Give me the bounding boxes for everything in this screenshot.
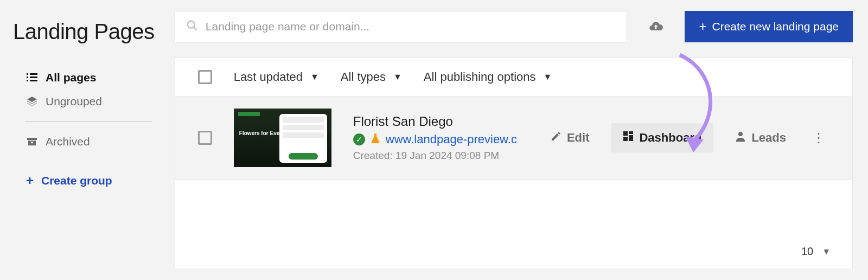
search-wrap	[175, 11, 628, 42]
more-menu-button[interactable]: ⋮	[808, 127, 829, 149]
sidebar: Landing Pages All pages Ungrouped Archiv…	[0, 0, 175, 280]
sidebar-item-ungrouped[interactable]: Ungrouped	[13, 90, 164, 113]
svg-rect-15	[623, 131, 628, 136]
svg-rect-9	[27, 138, 37, 140]
create-group-label: Create group	[41, 174, 112, 187]
select-all-checkbox[interactable]	[198, 70, 212, 84]
create-group-button[interactable]: + Create group	[13, 167, 164, 195]
svg-rect-17	[629, 135, 633, 141]
url-line: ✓ www.landpage-preview.c	[353, 132, 517, 147]
svg-rect-2	[27, 77, 28, 78]
list-panel: Last updated ▼ All types ▼ All publishin…	[175, 58, 853, 269]
page-thumbnail[interactable]: Flowers for Every Occasion!	[234, 109, 331, 167]
topbar: + Create new landing page	[175, 11, 853, 42]
sidebar-item-all-pages[interactable]: All pages	[13, 66, 164, 90]
more-vertical-icon: ⋮	[812, 130, 825, 145]
svg-rect-0	[27, 73, 28, 75]
edit-button[interactable]: Edit	[539, 123, 602, 152]
row-actions: Edit Dashboard Leads	[539, 123, 829, 152]
dashboard-button[interactable]: Dashboard	[611, 123, 713, 152]
archive-icon	[26, 136, 38, 148]
table-row: Flowers for Every Occasion! Florist San …	[175, 97, 852, 180]
caret-down-icon: ▼	[310, 72, 319, 82]
list-footer: 10 ▼	[175, 234, 852, 269]
stack-icon	[26, 96, 38, 107]
flask-icon	[371, 133, 380, 147]
list-icon	[26, 72, 38, 84]
dropdown-label: All types	[341, 70, 386, 84]
page-name: Florist San Diego	[353, 114, 517, 129]
dropdown-label: All publishing options	[424, 70, 536, 84]
svg-point-12	[188, 21, 195, 28]
sidebar-item-archived[interactable]: Archived	[13, 130, 164, 154]
cloud-upload-icon	[648, 19, 663, 34]
dropdown-label: Last updated	[234, 70, 303, 84]
caret-down-icon: ▼	[544, 72, 552, 82]
page-title: Landing Pages	[13, 20, 164, 44]
svg-line-13	[194, 27, 197, 30]
svg-rect-1	[30, 73, 37, 75]
svg-rect-16	[629, 131, 633, 134]
sidebar-divider	[25, 121, 152, 122]
dashboard-icon	[623, 131, 634, 145]
create-landing-page-button[interactable]: + Create new landing page	[685, 11, 853, 42]
plus-icon: +	[699, 20, 706, 33]
person-icon	[735, 131, 746, 145]
svg-rect-4	[27, 80, 28, 81]
publishing-dropdown[interactable]: All publishing options ▼	[424, 70, 552, 84]
types-dropdown[interactable]: All types ▼	[341, 70, 402, 84]
svg-rect-18	[623, 137, 628, 141]
plus-icon: +	[26, 174, 34, 187]
search-input[interactable]	[206, 20, 616, 33]
sidebar-item-label: Archived	[46, 135, 90, 148]
create-button-label: Create new landing page	[712, 20, 839, 33]
svg-rect-3	[30, 77, 37, 78]
row-checkbox[interactable]	[198, 131, 212, 145]
caret-down-icon: ▼	[393, 72, 402, 82]
svg-rect-5	[30, 80, 37, 81]
svg-point-19	[738, 132, 743, 136]
caret-down-icon[interactable]: ▼	[822, 247, 831, 257]
pencil-icon	[551, 131, 561, 145]
leads-button[interactable]: Leads	[723, 123, 798, 152]
sidebar-item-label: All pages	[46, 71, 96, 84]
main: + Create new landing page Last updated ▼…	[175, 0, 868, 280]
filters-bar: Last updated ▼ All types ▼ All publishin…	[175, 58, 852, 97]
sidebar-item-label: Ungrouped	[46, 95, 102, 108]
page-size-label: 10	[801, 245, 813, 258]
search-icon	[186, 20, 198, 34]
sort-dropdown[interactable]: Last updated ▼	[234, 70, 319, 84]
action-label: Dashboard	[639, 131, 701, 145]
action-label: Edit	[567, 131, 590, 145]
check-circle-icon: ✓	[353, 133, 365, 145]
page-url-link[interactable]: www.landpage-preview.c	[386, 132, 517, 147]
action-label: Leads	[751, 131, 786, 145]
created-label: Created: 19 Jan 2024 09:08 PM	[353, 150, 517, 162]
upload-button[interactable]	[643, 14, 668, 39]
page-info: Florist San Diego ✓ www.landpage-preview…	[353, 114, 517, 162]
